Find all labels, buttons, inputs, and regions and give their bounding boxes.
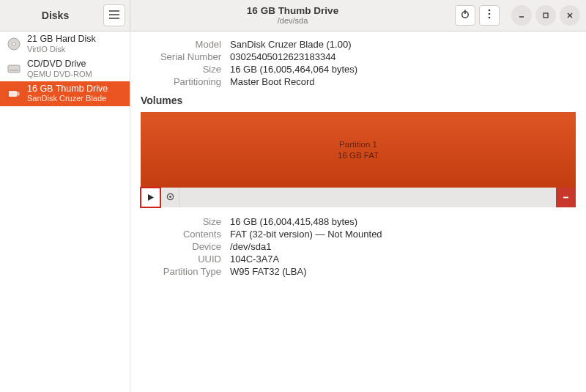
label-partitioning: Partitioning — [141, 76, 221, 87]
app-title: Disks — [7, 10, 103, 21]
sidebar-item-hard-disk[interactable]: 21 GB Hard Disk VirtIO Disk — [0, 32, 130, 56]
sidebar-item-thumb-drive[interactable]: 16 GB Thumb Drive SanDisk Cruzer Blade — [0, 81, 130, 106]
partition-label-group: Partition 1 16 GB FAT — [338, 139, 379, 160]
svg-point-8 — [12, 42, 15, 45]
label-vol-contents: Contents — [141, 229, 221, 240]
optical-drive-icon — [6, 61, 22, 77]
drive-sub: SanDisk Cruzer Blade — [27, 94, 108, 103]
main: Model SanDisk Cruzer Blade (1.00) Serial… — [130, 32, 586, 392]
label-model: Model — [141, 39, 221, 50]
label-size: Size — [141, 64, 221, 75]
partition-sub: 16 GB FAT — [338, 150, 379, 160]
drive-info: Model SanDisk Cruzer Blade (1.00) Serial… — [141, 39, 576, 87]
drive-text: 21 GB Hard Disk VirtIO Disk — [27, 34, 96, 53]
label-vol-ptype: Partition Type — [141, 266, 221, 277]
header-left: Disks — [0, 0, 130, 31]
header-drive-title: 16 GB Thumb Drive — [130, 5, 455, 17]
drive-name: 21 GB Hard Disk — [27, 34, 96, 45]
drive-sub: VirtIO Disk — [27, 45, 96, 53]
drive-name: 16 GB Thumb Drive — [27, 84, 108, 95]
hamburger-icon — [109, 9, 119, 22]
body: 21 GB Hard Disk VirtIO Disk CD/DVD Drive… — [0, 32, 586, 392]
svg-rect-12 — [17, 92, 20, 95]
volume-settings-button[interactable] — [160, 188, 180, 207]
svg-rect-11 — [9, 91, 17, 97]
value-partitioning: Master Boot Record — [230, 76, 576, 87]
window-close-button[interactable] — [560, 5, 580, 26]
value-vol-uuid: 104C-3A7A — [230, 254, 576, 265]
mount-button[interactable] — [141, 188, 160, 207]
hard-disk-icon — [6, 36, 22, 52]
usb-drive-icon — [6, 86, 22, 102]
value-size: 16 GB (16,005,464,064 bytes) — [230, 64, 576, 75]
headerbar: Disks 16 GB Thumb Drive /dev/sda — [0, 0, 586, 32]
kebab-icon — [488, 9, 491, 22]
window-minimize-button[interactable] — [511, 5, 532, 26]
value-vol-ptype: W95 FAT32 (LBA) — [230, 266, 576, 277]
header-center: 16 GB Thumb Drive /dev/sda — [130, 5, 455, 26]
volume-partition-1[interactable]: Partition 1 16 GB FAT — [141, 112, 576, 188]
maximize-icon — [542, 9, 549, 22]
svg-point-14 — [168, 195, 171, 197]
label-vol-device: Device — [141, 241, 221, 252]
svg-rect-6 — [544, 13, 548, 18]
close-icon — [566, 9, 574, 22]
svg-point-3 — [489, 13, 491, 15]
value-vol-device: /dev/sda1 — [230, 241, 576, 252]
drive-menu-button[interactable] — [479, 5, 500, 26]
volumes-heading: Volumes — [141, 95, 576, 106]
value-serial: 03025405012623183344 — [230, 51, 576, 62]
drive-text: 16 GB Thumb Drive SanDisk Cruzer Blade — [27, 84, 108, 103]
svg-point-2 — [489, 10, 491, 12]
drive-name: CD/DVD Drive — [27, 59, 92, 70]
minus-icon — [562, 191, 570, 204]
header-drive-path: /dev/sda — [130, 16, 455, 26]
label-vol-size: Size — [141, 216, 221, 227]
minimize-icon — [518, 9, 525, 22]
app-menu-button[interactable] — [103, 4, 125, 26]
window-maximize-button[interactable] — [535, 5, 556, 26]
label-vol-uuid: UUID — [141, 254, 221, 265]
play-icon — [146, 191, 155, 204]
delete-partition-button[interactable] — [556, 188, 576, 207]
svg-point-4 — [489, 17, 491, 19]
label-serial: Serial Number — [141, 51, 221, 62]
value-vol-size: 16 GB (16,004,415,488 bytes) — [230, 216, 576, 227]
value-model: SanDisk Cruzer Blade (1.00) — [230, 39, 576, 50]
partition-title: Partition 1 — [338, 139, 379, 149]
volume-toolbar — [141, 188, 576, 207]
drive-sub: QEMU DVD-ROM — [27, 70, 92, 78]
header-right — [455, 5, 586, 26]
volume-info: Size 16 GB (16,004,415,488 bytes) Conten… — [141, 216, 576, 277]
power-icon — [460, 9, 470, 22]
gear-icon — [166, 191, 175, 204]
svg-rect-9 — [8, 65, 20, 73]
sidebar-item-cd-dvd[interactable]: CD/DVD Drive QEMU DVD-ROM — [0, 56, 130, 81]
sidebar: 21 GB Hard Disk VirtIO Disk CD/DVD Drive… — [0, 32, 130, 392]
drive-text: CD/DVD Drive QEMU DVD-ROM — [27, 59, 92, 78]
power-button[interactable] — [455, 5, 475, 26]
value-vol-contents: FAT (32-bit version) — Not Mounted — [230, 229, 576, 240]
